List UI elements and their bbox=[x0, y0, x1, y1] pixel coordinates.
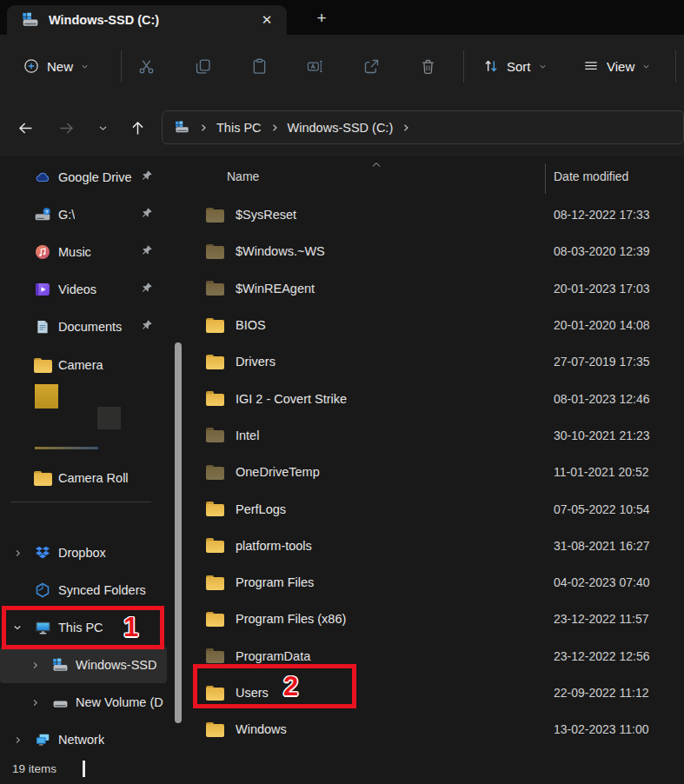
file-row[interactable]: Intel30-10-2021 21:23 bbox=[185, 417, 684, 454]
sidebar-item-new-volume[interactable]: New Volume (D bbox=[0, 684, 184, 721]
up-arrow-icon bbox=[129, 119, 147, 137]
annotation-step-1: 1 bbox=[123, 612, 138, 643]
view-list-icon bbox=[582, 57, 600, 75]
file-row[interactable]: IGI 2 - Covert Strike08-01-2023 12:46 bbox=[185, 380, 684, 416]
file-row[interactable]: Windows13-02-2023 11:00 bbox=[185, 711, 684, 747]
new-tab-button[interactable]: + bbox=[309, 7, 334, 30]
breadcrumb-chevron-icon[interactable] bbox=[401, 123, 411, 133]
sidebar-item-this-pc[interactable]: This PC bbox=[0, 609, 184, 646]
annotation-step-2: 2 bbox=[283, 671, 298, 702]
google-drive-icon bbox=[33, 169, 52, 186]
paste-button[interactable] bbox=[240, 50, 278, 83]
file-row[interactable]: $Windows.~WS08-03-2020 12:39 bbox=[185, 233, 684, 269]
file-row[interactable]: Program Files (x86)23-12-2022 11:57 bbox=[185, 601, 684, 637]
file-name: Windows bbox=[236, 722, 287, 736]
sidebar-item-network[interactable]: Network bbox=[0, 721, 184, 758]
toolbar-divider bbox=[463, 50, 464, 83]
sidebar-scrollbar[interactable] bbox=[175, 342, 182, 723]
cut-button[interactable] bbox=[127, 50, 165, 83]
chevron-right-icon[interactable] bbox=[10, 735, 24, 745]
share-button[interactable] bbox=[352, 50, 390, 83]
file-name: $WinREAgent bbox=[236, 282, 315, 296]
file-row[interactable]: ProgramData23-12-2022 12:56 bbox=[185, 638, 684, 674]
delete-button[interactable] bbox=[408, 50, 447, 83]
thumbnail-artifact bbox=[35, 384, 58, 409]
up-button[interactable] bbox=[123, 116, 152, 139]
sidebar-item-camera-roll[interactable]: Camera Roll bbox=[0, 460, 184, 496]
file-row[interactable]: OneDriveTemp11-01-2021 20:52 bbox=[185, 454, 684, 490]
file-row[interactable]: Drivers27-07-2019 17:35 bbox=[185, 343, 684, 380]
column-header-name[interactable]: Name bbox=[227, 169, 259, 183]
sort-button[interactable]: Sort bbox=[474, 50, 556, 83]
breadcrumb-chevron-icon[interactable] bbox=[198, 123, 209, 133]
breadcrumb-chevron-icon[interactable] bbox=[269, 123, 280, 133]
file-row[interactable]: Program Files04-02-2023 07:40 bbox=[185, 564, 684, 601]
sidebar-item-label: Music bbox=[58, 245, 91, 259]
file-row[interactable]: PerfLogs07-05-2022 10:54 bbox=[185, 490, 684, 527]
breadcrumb-this-pc[interactable]: This PC bbox=[216, 121, 262, 135]
documents-icon bbox=[33, 318, 52, 336]
paste-icon bbox=[250, 57, 269, 76]
chevron-down-icon bbox=[538, 62, 548, 71]
file-date: 27-07-2019 17:35 bbox=[554, 355, 650, 369]
file-date: 04-02-2023 07:40 bbox=[554, 575, 650, 589]
file-row[interactable]: $SysReset08-12-2022 17:33 bbox=[185, 196, 684, 233]
file-date: 20-01-2020 14:08 bbox=[554, 318, 650, 332]
chevron-right-icon[interactable] bbox=[10, 548, 24, 558]
chevron-right-icon[interactable] bbox=[28, 661, 42, 670]
new-button[interactable]: New bbox=[14, 50, 98, 83]
file-date: 20-01-2023 17:03 bbox=[554, 282, 650, 296]
item-count: 19 items bbox=[12, 762, 56, 775]
folder-icon bbox=[206, 722, 224, 737]
recent-locations-button[interactable] bbox=[88, 116, 117, 139]
sidebar-item-dropbox[interactable]: Dropbox bbox=[0, 535, 184, 571]
sidebar-item-camera[interactable]: Camera bbox=[0, 347, 184, 383]
file-name: BIOS bbox=[236, 318, 266, 332]
sidebar-item-label: Dropbox bbox=[58, 546, 106, 560]
breadcrumb-current-drive[interactable]: Windows-SSD (C:) bbox=[288, 121, 394, 135]
folder-icon bbox=[206, 465, 224, 480]
close-tab-icon[interactable]: ✕ bbox=[254, 10, 280, 30]
sidebar-item-google-drive[interactable]: Google Drive bbox=[0, 159, 184, 196]
chevron-down-icon[interactable] bbox=[10, 622, 24, 633]
folder-icon bbox=[33, 471, 52, 486]
column-divider[interactable] bbox=[545, 163, 546, 194]
file-date: 08-03-2020 12:39 bbox=[554, 244, 650, 258]
copy-button[interactable] bbox=[183, 50, 222, 83]
sidebar-item-label: Network bbox=[58, 733, 104, 747]
sidebar-item-label: Camera Roll bbox=[58, 471, 129, 485]
file-date: 23-12-2022 12:56 bbox=[554, 649, 650, 663]
file-row-users[interactable]: Users22-09-2022 11:12 bbox=[185, 674, 684, 711]
pin-icon bbox=[141, 282, 153, 297]
sidebar-item-windows-ssd[interactable]: Windows-SSD bbox=[0, 647, 167, 683]
sidebar-item-videos[interactable]: Videos bbox=[0, 271, 184, 308]
address-bar[interactable]: This PC Windows-SSD (C:) bbox=[162, 110, 684, 144]
drive-icon bbox=[50, 694, 70, 711]
pin-icon bbox=[141, 169, 153, 185]
folder-icon bbox=[206, 244, 224, 259]
file-name: ProgramData bbox=[236, 649, 310, 663]
status-bar: 19 items bbox=[0, 756, 684, 784]
thumbnail-artifact bbox=[97, 407, 121, 429]
column-header-date-modified[interactable]: Date modified bbox=[554, 169, 628, 183]
sidebar-item-synced-folders[interactable]: Synced Folders bbox=[0, 572, 184, 608]
column-headers: Name Date modified bbox=[185, 159, 684, 194]
chevron-right-icon[interactable] bbox=[28, 698, 42, 708]
sidebar-item-music[interactable]: Music bbox=[0, 234, 184, 270]
command-toolbar: New bbox=[0, 35, 684, 98]
navigation-pane: Google Drive ? G:\ bbox=[0, 156, 184, 756]
plus-circle-icon bbox=[23, 57, 40, 75]
back-button[interactable] bbox=[10, 116, 40, 139]
sidebar-item-documents[interactable]: Documents bbox=[0, 309, 184, 345]
file-row[interactable]: platform-tools31-08-2021 16:27 bbox=[185, 528, 684, 564]
sidebar-item-g-drive[interactable]: ? G:\ bbox=[0, 196, 184, 233]
view-button[interactable]: View bbox=[574, 50, 660, 83]
forward-button[interactable] bbox=[51, 116, 81, 139]
file-row[interactable]: BIOS20-01-2020 14:08 bbox=[185, 307, 684, 343]
sort-button-label: Sort bbox=[507, 59, 531, 74]
share-icon bbox=[362, 57, 381, 76]
explorer-tab[interactable]: Windows-SSD (C:) ✕ bbox=[7, 5, 287, 35]
file-row[interactable]: $WinREAgent20-01-2023 17:03 bbox=[185, 270, 684, 307]
rename-button[interactable] bbox=[296, 50, 334, 83]
file-date: 07-05-2022 10:54 bbox=[554, 502, 650, 516]
